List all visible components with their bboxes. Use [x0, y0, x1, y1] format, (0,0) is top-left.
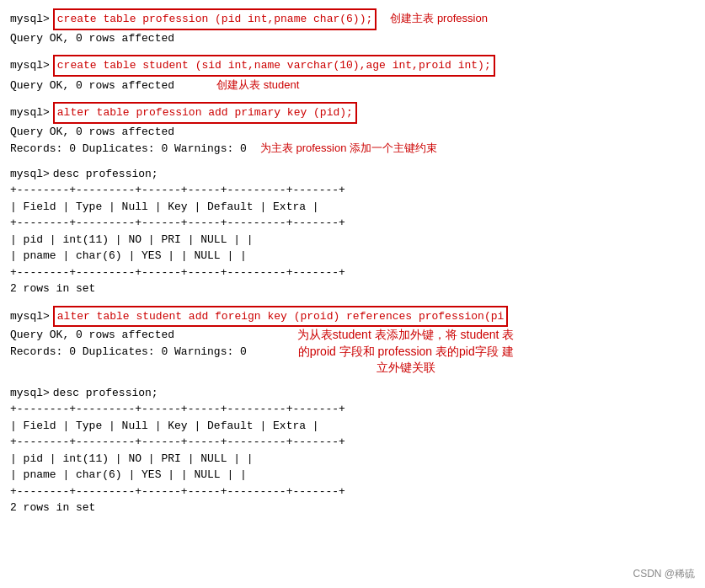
command-line-5: mysql> alter table student add foreign k…: [10, 306, 695, 328]
table-1-footer: 2 rows in set: [10, 281, 695, 297]
annotation-2: 创建从表 student: [216, 77, 299, 94]
block-2: mysql> create table student (sid int,nam…: [10, 55, 695, 94]
table-2-footer: 2 rows in set: [10, 500, 695, 516]
block-6: mysql> desc profession; +--------+------…: [10, 385, 695, 516]
annotation-3: 为主表 profession 添加一个主键约束: [260, 140, 437, 157]
prompt-5: mysql>: [10, 308, 50, 325]
table-1-sep3: +--------+---------+------+-----+-------…: [10, 265, 695, 281]
command-3: alter table profession add primary key (…: [53, 102, 357, 124]
terminal: mysql> create table profession (pid int,…: [10, 8, 695, 516]
output-2-1: Query OK, 0 rows affected: [10, 78, 174, 94]
command-4: desc profession;: [53, 166, 158, 183]
block-4: mysql> desc profession; +--------+------…: [10, 166, 695, 297]
watermark: CSDN @稀硫: [633, 567, 695, 581]
annotation-5: 为从表student 表添加外键，将 student 表 的proid 字段和 …: [297, 327, 515, 377]
table-2-sep2: +--------+---------+------+-----+-------…: [10, 434, 695, 451]
output-5-1: Query OK, 0 rows affected: [10, 327, 247, 344]
annotation-1: 创建主表 profession: [390, 10, 488, 27]
command-line-1: mysql> create table profession (pid int,…: [10, 8, 695, 30]
table-1-header: | Field | Type | Null | Key | Default | …: [10, 199, 695, 216]
prompt-4: mysql>: [10, 166, 50, 183]
table-1-sep2: +--------+---------+------+-----+-------…: [10, 215, 695, 232]
block-1: mysql> create table profession (pid int,…: [10, 8, 695, 46]
table-2-row2: | pname | char(6) | YES | | NULL | |: [10, 467, 695, 484]
table-2-row1: | pid | int(11) | NO | PRI | NULL | |: [10, 451, 695, 468]
command-2: create table student (sid int,name varch…: [53, 55, 495, 77]
command-line-3: mysql> alter table profession add primar…: [10, 102, 695, 124]
prompt-6: mysql>: [10, 385, 50, 402]
command-1: create table profession (pid int,pname c…: [53, 8, 377, 30]
command-5: alter table student add foreign key (pro…: [53, 306, 509, 328]
table-2-sep3: +--------+---------+------+-----+-------…: [10, 484, 695, 500]
command-line-4: mysql> desc profession;: [10, 166, 695, 183]
table-2-sep1: +--------+---------+------+-----+-------…: [10, 401, 695, 418]
table-1-sep1: +--------+---------+------+-----+-------…: [10, 182, 695, 199]
output-3-1: Query OK, 0 rows affected: [10, 124, 695, 141]
command-line-2: mysql> create table student (sid int,nam…: [10, 55, 695, 77]
block-3: mysql> alter table profession add primar…: [10, 102, 695, 158]
output-3-2: Records: 0 Duplicates: 0 Warnings: 0: [10, 141, 247, 158]
table-2-header: | Field | Type | Null | Key | Default | …: [10, 418, 695, 435]
table-1-row1: | pid | int(11) | NO | PRI | NULL | |: [10, 232, 695, 249]
command-line-6: mysql> desc profession;: [10, 385, 695, 402]
command-6: desc profession;: [53, 385, 158, 402]
block-5: mysql> alter table student add foreign k…: [10, 306, 695, 377]
table-1-row2: | pname | char(6) | YES | | NULL | |: [10, 248, 695, 265]
prompt-2: mysql>: [10, 57, 50, 74]
prompt-3: mysql>: [10, 104, 50, 121]
prompt-1: mysql>: [10, 11, 50, 28]
output-1-1: Query OK, 0 rows affected: [10, 30, 695, 47]
output-5-2: Records: 0 Duplicates: 0 Warnings: 0: [10, 344, 247, 361]
